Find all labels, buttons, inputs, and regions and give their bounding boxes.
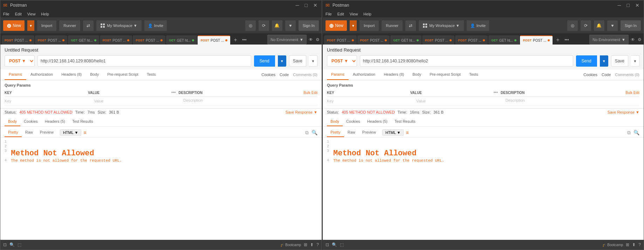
tab-2[interactable]: GETGET ht... bbox=[68, 35, 99, 45]
resp-tab-cookies[interactable]: Cookies bbox=[343, 117, 364, 126]
req-tab-authorization[interactable]: Authorization bbox=[26, 69, 57, 80]
wrap-button[interactable]: ≡ bbox=[83, 130, 86, 135]
req-tab-body[interactable]: Body bbox=[408, 69, 425, 80]
req-tab-params[interactable]: Params bbox=[5, 69, 26, 80]
menu-file[interactable]: File bbox=[3, 12, 9, 16]
workspace-button[interactable]: My Workspace ▼ bbox=[96, 20, 141, 31]
req-link-code[interactable]: Code bbox=[602, 73, 611, 77]
send-button[interactable]: Send bbox=[576, 55, 597, 67]
notification-icon[interactable]: 🔔 bbox=[594, 20, 604, 31]
param-desc-input[interactable]: Description bbox=[506, 98, 639, 104]
invite-button[interactable]: 👤 Invite bbox=[467, 20, 489, 31]
view-tab-raw[interactable]: Raw bbox=[344, 128, 359, 137]
new-button[interactable]: ⊕ New bbox=[326, 20, 347, 31]
new-dropdown-arrow[interactable]: ▼ bbox=[350, 20, 357, 31]
params-more-icon[interactable]: ••• bbox=[171, 90, 176, 95]
tab-2[interactable]: GETGET ht... bbox=[390, 35, 421, 45]
minimize-button[interactable]: ─ bbox=[616, 2, 623, 8]
new-button[interactable]: ⊕ New bbox=[3, 20, 25, 31]
add-tab-button[interactable]: + bbox=[231, 35, 240, 45]
menu-help[interactable]: Help bbox=[41, 12, 49, 16]
save-response-button[interactable]: Save Response ▼ bbox=[607, 110, 639, 114]
save-button[interactable]: Save bbox=[289, 55, 306, 67]
more-tabs-button[interactable]: ••• bbox=[563, 35, 570, 45]
env-selector[interactable]: No Environment ▼ bbox=[267, 35, 307, 45]
view-tab-pretty[interactable]: Pretty bbox=[5, 128, 22, 137]
resp-tab-headers-(5)[interactable]: Headers (5) bbox=[364, 117, 391, 126]
tab-0[interactable]: POSTPOST ... bbox=[2, 35, 34, 45]
req-link-cookies[interactable]: Cookies bbox=[583, 73, 597, 77]
menu-view[interactable]: View bbox=[350, 12, 358, 16]
resp-tab-body[interactable]: Body bbox=[327, 117, 343, 126]
maximize-button[interactable]: □ bbox=[625, 2, 631, 8]
resp-tab-test-results[interactable]: Test Results bbox=[69, 117, 97, 126]
history-icon[interactable]: ⟳ bbox=[259, 20, 269, 31]
add-tab-button[interactable]: + bbox=[553, 35, 562, 45]
history-icon[interactable]: ⟳ bbox=[581, 20, 591, 31]
bulk-edit-button[interactable]: Bulk Edit bbox=[304, 91, 317, 95]
menu-help[interactable]: Help bbox=[363, 12, 371, 16]
heart-icon[interactable]: ♥ bbox=[607, 20, 618, 31]
method-select[interactable]: POST ▼ GET ▼ bbox=[327, 55, 357, 67]
minimize-button[interactable]: ─ bbox=[294, 2, 301, 8]
workspace-button[interactable]: My Workspace ▼ bbox=[419, 20, 464, 31]
method-select[interactable]: POST ▼ GET ▼ bbox=[5, 55, 35, 67]
param-value-input[interactable]: Value bbox=[416, 98, 506, 104]
save-response-button[interactable]: Save Response ▼ bbox=[285, 110, 317, 114]
more-tabs-button[interactable]: ••• bbox=[241, 35, 248, 45]
import-button[interactable]: Import bbox=[37, 20, 56, 31]
help-icon[interactable]: ? bbox=[638, 242, 641, 247]
req-tab-params[interactable]: Params bbox=[327, 69, 349, 80]
param-value-input[interactable]: Value bbox=[94, 98, 183, 104]
req-tab-pre-request-script[interactable]: Pre-request Script bbox=[425, 69, 465, 80]
bootcamp-link[interactable]: 🎓 Bootcamp bbox=[280, 243, 301, 247]
tab-5[interactable]: GETGET ht... bbox=[488, 35, 519, 45]
send-button[interactable]: Send bbox=[254, 55, 275, 67]
view-tab-raw[interactable]: Raw bbox=[22, 128, 36, 137]
bulk-edit-button[interactable]: Bulk Edit bbox=[626, 91, 639, 95]
sync-icon[interactable]: ⇄ bbox=[405, 20, 416, 31]
req-tab-tests[interactable]: Tests bbox=[465, 69, 482, 80]
save-dropdown-arrow[interactable]: ▼ bbox=[631, 55, 639, 67]
resp-tab-body[interactable]: Body bbox=[5, 117, 20, 126]
view-tab-pretty[interactable]: Pretty bbox=[327, 128, 344, 137]
share-icon[interactable]: ⬆ bbox=[310, 242, 314, 247]
tab-1[interactable]: POSTPOST ... bbox=[357, 35, 390, 45]
format-button[interactable]: HTML ▼ bbox=[60, 129, 81, 136]
expand-icon[interactable]: ⬚ bbox=[18, 242, 21, 247]
signin-button[interactable]: Sign In bbox=[621, 20, 641, 31]
view-tab-preview[interactable]: Preview bbox=[359, 128, 379, 137]
radar-icon[interactable]: ◎ bbox=[567, 20, 578, 31]
tab-6[interactable]: POSTPOST ... bbox=[198, 35, 230, 45]
req-tab-pre-request-script[interactable]: Pre-request Script bbox=[103, 69, 143, 80]
env-selector[interactable]: No Environment ▼ bbox=[589, 35, 629, 45]
resp-tab-headers-(5)[interactable]: Headers (5) bbox=[41, 117, 69, 126]
runner-button[interactable]: Runner bbox=[382, 20, 403, 31]
env-eye-button[interactable]: 👁 bbox=[308, 37, 314, 42]
search-icon[interactable]: 🔍 bbox=[311, 130, 317, 136]
url-input[interactable] bbox=[360, 55, 573, 67]
grid-icon[interactable]: ⊞ bbox=[626, 242, 629, 247]
menu-view[interactable]: View bbox=[27, 12, 36, 16]
req-tab-headers-(8)[interactable]: Headers (8) bbox=[379, 69, 408, 80]
close-button[interactable]: ✕ bbox=[312, 2, 319, 8]
view-tab-preview[interactable]: Preview bbox=[36, 128, 57, 137]
search-bottom-icon[interactable]: 🔍 bbox=[332, 242, 337, 247]
req-tab-authorization[interactable]: Authorization bbox=[349, 69, 379, 80]
tab-0[interactable]: POSTPOST ... bbox=[324, 35, 357, 45]
expand-icon[interactable]: ⬚ bbox=[340, 242, 344, 247]
share-icon[interactable]: ⬆ bbox=[632, 242, 636, 247]
tab-4[interactable]: POSTPOST ... bbox=[455, 35, 488, 45]
invite-button[interactable]: 👤 Invite bbox=[144, 20, 167, 31]
env-eye-button[interactable]: 👁 bbox=[630, 37, 636, 42]
close-button[interactable]: ✕ bbox=[634, 2, 641, 8]
tab-5[interactable]: GETGET ht... bbox=[166, 35, 197, 45]
req-link-comments (0)[interactable]: Comments (0) bbox=[293, 73, 317, 77]
radar-icon[interactable]: ◎ bbox=[245, 20, 256, 31]
sync-icon[interactable]: ⇄ bbox=[83, 20, 94, 31]
search-icon[interactable]: 🔍 bbox=[633, 130, 639, 136]
bootcamp-link[interactable]: 🎓 Bootcamp bbox=[602, 243, 623, 247]
env-gear-button[interactable]: ⚙ bbox=[637, 37, 642, 42]
maximize-button[interactable]: □ bbox=[303, 2, 309, 8]
tab-3[interactable]: POSTPOST ... bbox=[422, 35, 455, 45]
